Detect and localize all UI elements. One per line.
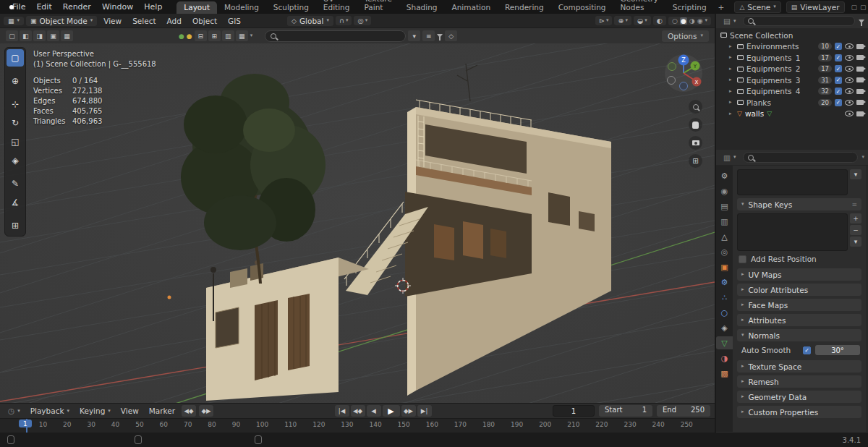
auto-smooth-checkbox[interactable]: ✓	[803, 346, 811, 354]
hide-viewport-icon[interactable]	[845, 66, 854, 72]
viewport-tool-button[interactable]: ⊞	[7, 217, 24, 234]
hide-viewport-icon[interactable]	[845, 100, 854, 106]
properties-tab[interactable]: ◑	[716, 352, 733, 365]
properties-panel-header[interactable]: ▸ Remesh	[737, 375, 861, 388]
workspace-tab[interactable]: UV Editing	[316, 0, 357, 14]
properties-tab[interactable]: ▩	[716, 367, 733, 380]
solid-shading-icon[interactable]: ●	[680, 17, 687, 25]
list-box[interactable]	[737, 213, 848, 251]
outliner-collection-row[interactable]: ▸ Equipments_1 17 ✓	[720, 52, 867, 64]
properties-tab[interactable]: ⚙	[716, 276, 733, 289]
snap-target-chip[interactable]: ▥	[222, 30, 234, 41]
snap-target-chip[interactable]: ⊞	[208, 30, 221, 41]
material-shading-icon[interactable]: ◑	[689, 17, 695, 25]
viewport-tool-button[interactable]: ◱	[7, 133, 24, 150]
vertex-groups-list[interactable]: ▾	[737, 169, 861, 195]
properties-panel-header[interactable]: ▸ Face Maps	[737, 299, 861, 311]
expand-icon[interactable]: ▸	[729, 55, 734, 60]
hide-viewport-icon[interactable]	[845, 111, 854, 116]
scene-collection-row[interactable]: Scene Collection	[720, 30, 867, 41]
properties-tab[interactable]: ▥	[716, 215, 733, 228]
timeline-ruler[interactable]: 1102030405060708090100110120130140150160…	[0, 418, 715, 433]
properties-panel-header[interactable]: ▸ Geometry Data	[737, 391, 861, 403]
zoom-button[interactable]	[689, 100, 702, 114]
properties-search[interactable]	[743, 152, 858, 163]
viewport-menu-item[interactable]: Add	[163, 16, 186, 26]
viewport-menu-item[interactable]: View	[99, 16, 126, 26]
orientation-dropdown[interactable]: ◇ Global ▾	[287, 16, 333, 26]
menu-item[interactable]: Window	[97, 1, 138, 12]
wireframe-shading-icon[interactable]: ○	[672, 17, 678, 25]
panel-normals[interactable]: ▾ Normals	[737, 329, 861, 341]
viewport-menu-item[interactable]: Select	[128, 16, 160, 26]
outliner-search[interactable]	[743, 16, 855, 26]
tool-setting-chip[interactable]: ▣	[47, 30, 59, 41]
properties-panel-header[interactable]: ▸ Attributes	[737, 314, 861, 326]
specials-menu-button[interactable]: ▾	[850, 169, 861, 179]
outliner-editor-button[interactable]: ▤ ▾	[720, 16, 739, 26]
search-input[interactable]	[280, 32, 400, 40]
frame-end-field[interactable]: End 250	[657, 405, 710, 417]
exclude-checkbox[interactable]: ✓	[835, 65, 842, 72]
viewport-tool-button[interactable]: ⊕	[7, 72, 24, 90]
snap-target-chip[interactable]: ⊟	[195, 30, 207, 41]
duplicate-window-icon[interactable]: ▢	[860, 4, 867, 11]
properties-tab[interactable]: ▣	[716, 260, 733, 273]
expand-icon[interactable]: ▸	[729, 67, 734, 72]
workspace-tab[interactable]: Compositing	[551, 1, 613, 14]
disable-render-icon[interactable]	[856, 44, 864, 49]
filter-icon[interactable]	[859, 20, 864, 23]
ortho-toggle-button[interactable]: ⊞	[689, 154, 702, 168]
properties-tab[interactable]: ▤	[716, 200, 733, 213]
panel-shape-keys[interactable]: ▾ Shape Keys ≡	[737, 198, 861, 210]
menu-item[interactable]: Render	[58, 1, 96, 12]
add-rest-position-checkbox[interactable]	[739, 255, 746, 263]
frame-start-field[interactable]: Start 1	[599, 405, 652, 417]
add-shape-key-button[interactable]: +	[850, 213, 861, 224]
exclude-checkbox[interactable]: ✓	[835, 43, 842, 50]
properties-tab[interactable]: ◎	[716, 245, 733, 258]
timeline-editor-button[interactable]: ◷ ▾	[4, 406, 24, 416]
xray-toggle[interactable]: ◐	[653, 16, 666, 25]
outliner-collection-row[interactable]: ▸ Environments 10 ✓	[720, 41, 867, 53]
playback-menu[interactable]: Playback ▾	[27, 406, 73, 416]
outliner-collection-row[interactable]: ▸ Equipments_3 31 ✓	[720, 74, 867, 86]
viewport-tool-button[interactable]: ⊹	[7, 95, 24, 113]
disable-render-icon[interactable]	[856, 89, 864, 94]
rendered-shading-icon[interactable]: ◉	[697, 17, 703, 25]
keying-menu[interactable]: Keying ▾	[76, 406, 114, 416]
outliner-object-row-walls[interactable]: ▸ ▽ walls ▽	[720, 108, 867, 120]
proportional-editing-toggle[interactable]: ◎ ▾	[354, 16, 371, 25]
viewport-menu-item[interactable]: GIS	[224, 16, 245, 26]
shield-chip[interactable]: ◇	[445, 30, 457, 41]
exclude-checkbox[interactable]: ✓	[835, 99, 842, 106]
mode-dropdown[interactable]: ▣ Object Mode ▾	[26, 16, 97, 26]
tool-setting-chip[interactable]: ▢	[6, 30, 18, 41]
new-window-icon[interactable]: ▢	[851, 4, 858, 11]
transport-button[interactable]: ◆▶	[401, 405, 416, 417]
list-box[interactable]	[737, 169, 848, 195]
menu-item[interactable]: Edit	[31, 1, 56, 12]
transport-button[interactable]: ◀◆	[351, 405, 365, 417]
snap-toggle[interactable]: ∩ ▾	[336, 16, 352, 25]
properties-panel-header[interactable]: ▸ Custom Properties	[737, 406, 861, 418]
disable-render-icon[interactable]	[856, 67, 864, 72]
current-frame-field[interactable]: 1	[553, 405, 595, 417]
viewport-tool-button[interactable]: ▢	[7, 49, 24, 67]
selectability-dropdown[interactable]: ⊳ ▾	[595, 16, 612, 25]
workspace-tab[interactable]: Texture Paint	[357, 0, 399, 14]
properties-tab[interactable]: ⚙	[716, 169, 733, 182]
disable-render-icon[interactable]	[856, 100, 864, 105]
properties-panel-header[interactable]: ▸ UV Maps	[737, 268, 861, 281]
hide-viewport-icon[interactable]	[845, 77, 854, 83]
gizmos-toggle[interactable]: ⊕ ▾	[614, 16, 631, 25]
editor-type-button[interactable]: ▦ ▾	[4, 17, 24, 25]
expand-icon[interactable]: ▸	[729, 89, 734, 94]
viewport-tool-button[interactable]: ◈	[7, 152, 24, 169]
drag-grip-icon[interactable]: ≡	[851, 201, 857, 208]
playhead[interactable]: 1	[26, 419, 27, 433]
workspace-tab[interactable]: Animation	[445, 1, 498, 14]
expand-icon[interactable]: ▸	[729, 100, 734, 105]
expand-icon[interactable]: ▸	[729, 111, 734, 116]
pan-button[interactable]	[689, 118, 702, 132]
